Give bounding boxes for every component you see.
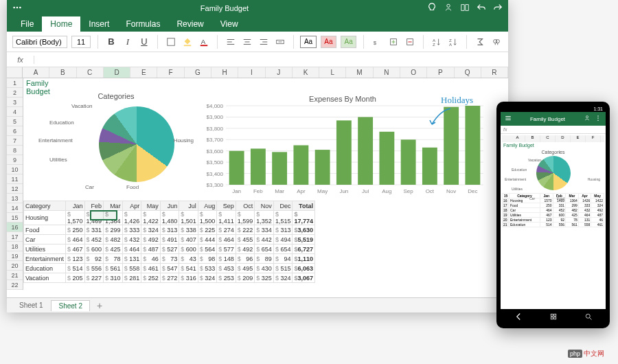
- col-header-I[interactable]: I: [238, 67, 265, 78]
- col-header-M[interactable]: M: [346, 67, 373, 78]
- col-header-Q[interactable]: Q: [455, 67, 481, 78]
- row-header-1[interactable]: 1: [7, 78, 23, 88]
- cell-style-normal[interactable]: Aa: [300, 36, 316, 48]
- phone-search-icon[interactable]: [584, 312, 593, 321]
- row-header-21[interactable]: 21: [7, 271, 23, 280]
- tab-file[interactable]: File: [12, 16, 42, 32]
- sort-desc-button[interactable]: ZA: [447, 34, 459, 49]
- row-header-19[interactable]: 19: [7, 251, 23, 261]
- phone-share-icon[interactable]: [584, 115, 591, 123]
- phone-home-icon[interactable]: [549, 312, 558, 321]
- col-header-J[interactable]: J: [266, 67, 293, 78]
- bar-chart[interactable]: Expenses By Month Holidays $3,300$3,400$…: [198, 92, 487, 198]
- col-header-H[interactable]: H: [211, 67, 238, 78]
- merge-button[interactable]: [274, 34, 286, 49]
- add-sheet-button[interactable]: +: [91, 300, 108, 311]
- row-header-20[interactable]: 20: [7, 261, 23, 271]
- font-family-select[interactable]: [12, 36, 67, 48]
- tab-insert[interactable]: Insert: [80, 16, 117, 32]
- col-header-E[interactable]: E: [130, 67, 157, 78]
- phone-title-cell: Family Budget: [502, 142, 604, 148]
- row-header-16[interactable]: 16: [7, 223, 23, 232]
- col-header-O[interactable]: O: [400, 67, 427, 78]
- cell-style-bad[interactable]: Aa: [321, 36, 336, 48]
- svg-text:Dec: Dec: [468, 188, 477, 194]
- tell-me-icon[interactable]: [427, 3, 437, 14]
- formula-input[interactable]: [34, 56, 508, 64]
- tab-home[interactable]: Home: [42, 16, 80, 32]
- align-center-button[interactable]: [241, 34, 253, 49]
- tab-view[interactable]: View: [212, 16, 247, 32]
- col-header-D[interactable]: D: [104, 67, 130, 78]
- excel-desktop-window: Family Budget File Home Insert Formulas …: [7, 0, 508, 312]
- number-format-button[interactable]: $: [371, 34, 383, 49]
- row-header-8[interactable]: 8: [7, 146, 23, 155]
- row-header-22[interactable]: 22: [7, 280, 23, 290]
- row-header-7[interactable]: 7: [7, 136, 23, 146]
- pie-chart[interactable]: Categories Vacation Education Entertainm…: [44, 92, 188, 198]
- font-size-input[interactable]: [71, 36, 91, 48]
- col-header-N[interactable]: N: [374, 67, 400, 78]
- fill-color-button[interactable]: [181, 34, 194, 49]
- autosum-button[interactable]: [474, 34, 486, 49]
- phone-sheet[interactable]: ABCDEF Family Budget Categories Vacation…: [501, 134, 606, 309]
- cell-style-good[interactable]: Aa: [341, 36, 356, 48]
- bold-button[interactable]: B: [105, 34, 117, 49]
- phone-back-icon[interactable]: [514, 312, 523, 321]
- phone-data-table[interactable]: 15CategoryJanFebMarAprMay16Housing157014…: [502, 193, 604, 227]
- insert-cells-button[interactable]: [387, 34, 400, 49]
- svg-text:$4,000: $4,000: [207, 103, 224, 109]
- share-icon[interactable]: [444, 3, 453, 14]
- col-header-C[interactable]: C: [77, 67, 104, 78]
- col-header-B[interactable]: B: [49, 67, 76, 78]
- phone-doc-title: Family Budget: [530, 116, 565, 122]
- col-header-A[interactable]: A: [23, 67, 49, 78]
- col-header-L[interactable]: L: [319, 67, 346, 78]
- row-header-18[interactable]: 18: [7, 242, 23, 251]
- row-header-9[interactable]: 9: [7, 155, 23, 165]
- data-table[interactable]: CategoryJanFebMarAprMayJunJulAugSepOctNo…: [23, 201, 315, 283]
- cell-selection: [90, 210, 117, 220]
- tab-review[interactable]: Review: [168, 16, 211, 32]
- row-header-2[interactable]: 2: [7, 88, 23, 98]
- row-header-4[interactable]: 4: [7, 107, 23, 117]
- spreadsheet-area[interactable]: ABCDEFGHIJKLMNOPQR 123456789101112131415…: [7, 67, 508, 297]
- annotation-arrow-icon: [426, 107, 454, 128]
- redo-icon[interactable]: [493, 3, 503, 14]
- svg-point-2: [19, 7, 21, 9]
- row-header-3[interactable]: 3: [7, 98, 23, 107]
- italic-button[interactable]: I: [122, 34, 134, 49]
- col-header-P[interactable]: P: [427, 67, 454, 78]
- align-left-button[interactable]: [225, 34, 237, 49]
- svg-rect-48: [379, 132, 394, 185]
- row-header-6[interactable]: 6: [7, 126, 23, 136]
- more-icon[interactable]: [12, 3, 22, 14]
- sort-asc-button[interactable]: AZ: [431, 34, 443, 49]
- row-header-15[interactable]: 15: [7, 213, 23, 223]
- borders-button[interactable]: [165, 34, 177, 49]
- row-header-11[interactable]: 11: [7, 174, 23, 184]
- row-header-14[interactable]: 14: [7, 203, 23, 213]
- row-header-17[interactable]: 17: [7, 232, 23, 242]
- row-header-13[interactable]: 13: [7, 194, 23, 203]
- tab-formulas[interactable]: Formulas: [117, 16, 168, 32]
- underline-button[interactable]: U: [138, 34, 150, 49]
- phone-formula-bar[interactable]: fx: [501, 126, 606, 134]
- col-header-G[interactable]: G: [185, 67, 211, 78]
- align-right-button[interactable]: [258, 34, 270, 49]
- col-header-K[interactable]: K: [293, 67, 319, 78]
- font-color-button[interactable]: A: [198, 34, 210, 49]
- find-button[interactable]: [490, 34, 503, 49]
- sheet-tab-2[interactable]: Sheet 2: [51, 300, 89, 311]
- read-mode-icon[interactable]: [460, 3, 470, 14]
- delete-cells-button[interactable]: [404, 34, 416, 49]
- row-header-10[interactable]: 10: [7, 165, 23, 174]
- row-header-12[interactable]: 12: [7, 184, 23, 194]
- col-header-F[interactable]: F: [157, 67, 184, 78]
- sheet-tab-1[interactable]: Sheet 1: [12, 300, 49, 310]
- row-header-5[interactable]: 5: [7, 117, 23, 126]
- undo-icon[interactable]: [477, 3, 486, 14]
- hamburger-icon[interactable]: [505, 115, 512, 123]
- col-header-R[interactable]: R: [481, 67, 508, 78]
- phone-more-icon[interactable]: [595, 115, 602, 123]
